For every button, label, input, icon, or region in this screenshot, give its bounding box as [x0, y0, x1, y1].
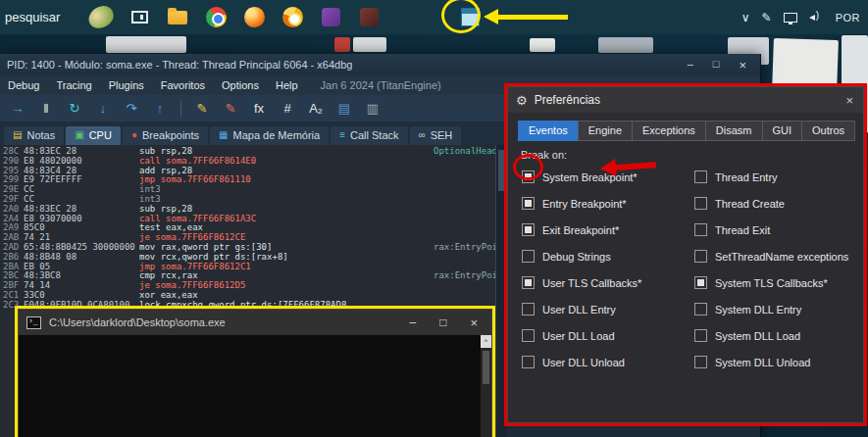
disasm-row[interactable]: 290E8 48020000call soma.7FF66F8614E0: [0, 157, 495, 167]
tab-cpu[interactable]: ▣CPU: [66, 126, 121, 145]
notes-toolbar-icon[interactable]: ▤: [336, 102, 352, 115]
console-minimize-button[interactable]: [409, 316, 416, 330]
checkbox-row-user-dll-load[interactable]: User DLL Load: [522, 322, 641, 349]
tab-call-stack[interactable]: ≡Call Stack: [331, 126, 407, 145]
disasm-row[interactable]: 2A4E8 93070000call soma.7FF66F861A3C: [0, 215, 495, 224]
prefs-tab-outros[interactable]: Outros: [801, 121, 855, 141]
preferences-titlebar[interactable]: Preferências: [508, 87, 863, 113]
disassembly-scrollbar[interactable]: [495, 145, 507, 437]
disasm-row[interactable]: 28C48:83EC 28sub rsp,28OptionalHeader.Ad: [0, 147, 495, 157]
disasm-row[interactable]: 2AD65:48:8B0425 30000000mov rax,qword pt…: [0, 243, 495, 253]
user-dll-load-checkbox[interactable]: [522, 329, 535, 342]
taskbar-item-maroon-app[interactable]: [356, 3, 382, 32]
taskbar-item-firefox[interactable]: [241, 3, 267, 32]
user-dll-unload-checkbox[interactable]: [522, 356, 535, 368]
patch-icon[interactable]: ✎: [223, 102, 238, 115]
tray-volume-icon[interactable]: [809, 12, 824, 24]
menu-item-plugins[interactable]: Plugins: [109, 79, 144, 91]
hash-icon[interactable]: #: [280, 102, 295, 115]
taskbar-item-chrome[interactable]: [203, 3, 229, 32]
menu-item-tracing[interactable]: Tracing: [56, 79, 91, 91]
prefs-tab-gui[interactable]: GUI: [762, 121, 803, 141]
prefs-tab-disasm[interactable]: Disasm: [705, 121, 763, 141]
tab-notas[interactable]: ▤Notas: [4, 126, 64, 145]
checkbox-row-system-tls-callbacks[interactable]: System TLS Callbacks*: [694, 269, 848, 296]
setthreadname-exceptions-checkbox[interactable]: [694, 250, 707, 263]
restart-icon[interactable]: ↻: [67, 102, 82, 115]
disasm-row[interactable]: 29FCCint3: [0, 195, 495, 205]
tab-seh[interactable]: ∞SEH: [410, 126, 462, 145]
menu-item-debug[interactable]: Debug: [8, 79, 39, 91]
taskbar-item-purple-app[interactable]: [318, 3, 343, 32]
system-dll-entry-checkbox[interactable]: [694, 303, 707, 316]
checkbox-row-user-tls-callbacks[interactable]: User TLS Callbacks*: [522, 269, 641, 296]
taskbar-item-explorer[interactable]: [165, 3, 190, 32]
checkbox-row-user-dll-entry[interactable]: User DLL Entry: [522, 296, 641, 322]
thread-entry-checkbox[interactable]: [694, 170, 707, 183]
debugger-titlebar[interactable]: PID: 1400 - Módulo: soma.exe - Thread: T…: [0, 54, 760, 75]
checkbox-row-thread-create[interactable]: Thread Create: [694, 190, 848, 217]
user-tls-callbacks-checkbox[interactable]: [522, 276, 535, 289]
menu-item-options[interactable]: Options: [222, 79, 259, 91]
disasm-row[interactable]: 2BAEB 05jmp soma.7FF66F8612C1: [0, 263, 495, 272]
checkbox-row-system-breakpoint[interactable]: System Breakpoint*: [522, 164, 641, 190]
taskbar-item-pistachio[interactable]: [88, 3, 114, 32]
disasm-row[interactable]: 299E9 72FEFFFFjmp soma.7FF66F861110: [0, 175, 495, 185]
checkbox-row-user-dll-unload[interactable]: User DLL Unload: [522, 349, 641, 375]
prefs-tab-eventos[interactable]: Eventos: [518, 121, 579, 141]
disasm-row[interactable]: 29548:83C4 28add rsp,28: [0, 167, 495, 176]
step-out-icon[interactable]: ↑: [152, 102, 168, 115]
tray-display-icon[interactable]: [784, 13, 797, 23]
system-dll-unload-checkbox[interactable]: [694, 356, 707, 368]
pause-icon[interactable]: ‖: [38, 102, 54, 115]
disasm-row[interactable]: 2AB74 21je soma.7FF66F8612CE: [0, 233, 495, 243]
language-indicator[interactable]: POR: [836, 12, 860, 24]
disasm-row[interactable]: 2A985C0test eax,eax: [0, 223, 495, 233]
taskbar-search[interactable]: pesquisar: [0, 10, 86, 24]
tab-memory-map[interactable]: ▦Mapa de Memória: [210, 126, 329, 145]
system-breakpoint-checkbox[interactable]: [522, 170, 535, 183]
console-output[interactable]: ^: [19, 335, 491, 437]
disasm-row[interactable]: 2A048:83EC 28sub rsp,28: [0, 205, 495, 215]
checkbox-row-setthreadname-exceptions[interactable]: SetThreadName exceptions: [694, 243, 848, 269]
thread-exit-checkbox[interactable]: [694, 223, 707, 236]
disasm-row[interactable]: 29ECCint3: [0, 185, 495, 195]
disasm-row[interactable]: 2BF74 14je soma.7FF66F8612D5: [0, 281, 495, 291]
menu-item-favoritos[interactable]: Favoritos: [161, 79, 205, 91]
preferences-close-icon[interactable]: [845, 93, 863, 108]
minimize-button[interactable]: [688, 58, 693, 73]
user-dll-entry-checkbox[interactable]: [522, 303, 535, 316]
step-over-icon[interactable]: ↷: [124, 102, 139, 115]
hidden-icons-chevron-icon[interactable]: ∨: [741, 11, 750, 24]
prefs-tab-engine[interactable]: Engine: [578, 121, 633, 141]
console-scrollbar[interactable]: ^: [481, 335, 491, 437]
console-close-button[interactable]: [470, 316, 478, 330]
taskbar-item-task-view[interactable]: [127, 3, 152, 32]
checkbox-row-thread-exit[interactable]: Thread Exit: [694, 217, 848, 243]
menu-item-help[interactable]: Help: [276, 79, 298, 91]
system-dll-load-checkbox[interactable]: [694, 329, 707, 342]
maximize-button[interactable]: [713, 58, 720, 73]
exit-breakpoint-checkbox[interactable]: [522, 223, 535, 236]
checkbox-row-debug-strings[interactable]: Debug Strings: [522, 243, 641, 269]
tab-breakpoints[interactable]: ●Breakpoints: [123, 126, 208, 145]
checkbox-row-entry-breakpoint[interactable]: Entry Breakpoint*: [522, 190, 641, 217]
edit-icon[interactable]: ✎: [194, 102, 210, 115]
fx-icon[interactable]: fx: [251, 102, 267, 115]
system-tls-callbacks-checkbox[interactable]: [694, 276, 707, 289]
font-icon[interactable]: A₂: [308, 102, 324, 115]
debug-strings-checkbox[interactable]: [522, 250, 535, 263]
taskbar-item-browser2[interactable]: [280, 3, 305, 32]
entry-breakpoint-checkbox[interactable]: [522, 197, 535, 210]
taskbar-item-x64dbg[interactable]: [457, 3, 483, 32]
thread-create-checkbox[interactable]: [694, 197, 707, 210]
checkbox-row-exit-breakpoint[interactable]: Exit Breakpoint*: [522, 217, 641, 243]
run-icon[interactable]: →: [10, 102, 26, 115]
checkbox-row-system-dll-entry[interactable]: System DLL Entry: [694, 296, 848, 322]
console-maximize-button[interactable]: [439, 316, 446, 330]
scroll-up-icon[interactable]: ^: [481, 335, 491, 348]
disasm-row[interactable]: 2C133C0xor eax,eax: [0, 291, 495, 301]
disasm-row[interactable]: 2B648:8B48 08mov rcx,qword ptr ds:[rax+8…: [0, 253, 495, 263]
tray-pen-icon[interactable]: ✎: [762, 11, 772, 24]
checkbox-row-thread-entry[interactable]: Thread Entry: [694, 164, 848, 190]
